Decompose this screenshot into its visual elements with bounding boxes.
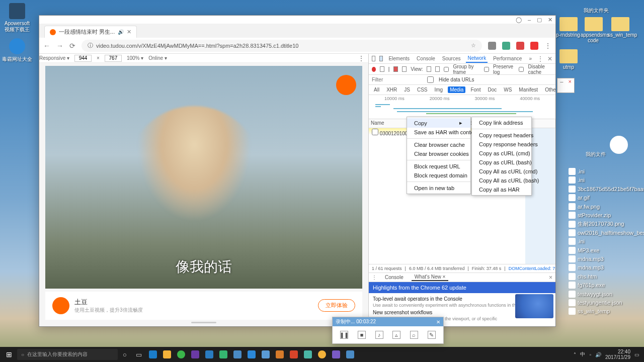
extension-icon-1[interactable] bbox=[488, 42, 496, 50]
taskbar-app-15[interactable] bbox=[344, 348, 357, 360]
menu-item-copy-all-curl-bash[interactable]: Copy All as cURL (bash) bbox=[472, 176, 531, 185]
tab-performance[interactable]: Performance bbox=[492, 55, 523, 62]
folder-icon-2[interactable] bbox=[585, 17, 603, 31]
back-button[interactable]: ← bbox=[43, 42, 50, 50]
taskbar-app-12[interactable] bbox=[301, 348, 314, 360]
taskbar-clock[interactable]: 22:40 2017/11/29 bbox=[605, 349, 630, 360]
device-mode-select[interactable]: Responsive ▾ bbox=[39, 55, 69, 61]
devtools-close-icon[interactable]: ✕ bbox=[547, 55, 552, 62]
taskbar-app-360[interactable] bbox=[175, 348, 188, 360]
menu-item-open-tab[interactable]: Open in new tab bbox=[407, 184, 470, 193]
start-button[interactable]: ⊞ bbox=[2, 348, 16, 360]
drawer-close-icon[interactable]: × bbox=[549, 274, 552, 281]
tray-network-icon[interactable]: ▫ bbox=[589, 352, 591, 357]
window-minimize[interactable]: – bbox=[528, 17, 531, 23]
window-maximize[interactable]: ▢ bbox=[537, 17, 542, 23]
tab-network[interactable]: Network bbox=[466, 54, 488, 63]
filter-type-css[interactable]: CSS bbox=[415, 86, 430, 93]
taskbar-app-explorer[interactable] bbox=[160, 348, 174, 360]
cta-button[interactable]: 立即体验 bbox=[318, 299, 355, 312]
taskbar-app-10[interactable] bbox=[273, 348, 286, 360]
extra-window-close[interactable]: × bbox=[566, 78, 575, 93]
xunlei-icon[interactable] bbox=[610, 136, 628, 154]
row-checkbox[interactable] bbox=[372, 129, 378, 135]
drawer-menu-icon[interactable]: ⋮ bbox=[372, 275, 377, 280]
taskview-icon[interactable]: ▭ bbox=[132, 348, 145, 360]
tab-close-icon[interactable]: ✕ bbox=[127, 29, 131, 35]
window-close[interactable]: ✕ bbox=[548, 17, 552, 23]
tray-volume-icon[interactable]: 🔊 bbox=[595, 352, 601, 357]
filter-type-manifest[interactable]: Manifest bbox=[517, 86, 540, 93]
recorder-pause-button[interactable]: ❚❚ bbox=[340, 331, 348, 339]
taskbar-app-9[interactable] bbox=[259, 348, 272, 360]
filter-type-doc[interactable]: Doc bbox=[486, 86, 499, 93]
group-by-frame-checkbox[interactable] bbox=[444, 67, 449, 72]
desktop-file[interactable]: .ini bbox=[569, 238, 585, 245]
filter-type-media[interactable]: Media bbox=[448, 86, 465, 93]
menu-item-save-har[interactable]: Save as HAR with content bbox=[407, 128, 470, 137]
disable-cache-checkbox[interactable] bbox=[519, 67, 524, 72]
tab-sources[interactable]: Sources bbox=[441, 55, 462, 62]
recorder-close-icon[interactable]: ✕ bbox=[436, 319, 440, 325]
bookmark-star-icon[interactable]: ☆ bbox=[471, 42, 476, 49]
view-large-icon[interactable] bbox=[435, 66, 440, 72]
extension-icon-3[interactable] bbox=[516, 42, 524, 50]
taskbar-app-4[interactable] bbox=[189, 348, 202, 360]
menu-item-copy[interactable]: Copy▸ bbox=[407, 118, 470, 128]
menu-item-copy-curl-bash[interactable]: Copy as cURL (bash) bbox=[472, 158, 531, 167]
recorder-draw-icon[interactable]: ✎ bbox=[428, 331, 436, 339]
tray-lang[interactable]: 中 bbox=[580, 351, 585, 358]
taskbar-app-11[interactable] bbox=[287, 348, 300, 360]
menu-item-copy-all-curl-cmd[interactable]: Copy All as cURL (cmd) bbox=[472, 167, 531, 176]
recorder-mic-icon[interactable]: ▵ bbox=[392, 331, 400, 339]
taskbar-app-7[interactable] bbox=[231, 348, 244, 360]
desktop-file[interactable]: .ini bbox=[569, 168, 585, 175]
view-list-icon[interactable] bbox=[427, 66, 431, 72]
device-toggle-icon[interactable] bbox=[379, 56, 383, 61]
filter-type-img[interactable]: Img bbox=[432, 86, 445, 93]
menu-item-copy-link[interactable]: Copy link address bbox=[472, 118, 531, 127]
desktop-file[interactable]: 生耐20170730.png bbox=[569, 220, 624, 228]
tab-console[interactable]: Console bbox=[415, 55, 437, 62]
filter-input[interactable] bbox=[372, 77, 422, 82]
devtools-menu-icon[interactable]: ⋮ bbox=[537, 55, 543, 62]
account-icon[interactable]: ◯ bbox=[516, 17, 522, 23]
speaker-icon[interactable]: 🔊 bbox=[118, 29, 124, 35]
tab-elements[interactable]: Elements bbox=[387, 55, 411, 62]
desktop-file[interactable]: owl2016_halftimeshow_bestp... bbox=[569, 229, 644, 236]
taskbar-app-14[interactable] bbox=[330, 348, 343, 360]
cortana-icon[interactable]: ○ bbox=[118, 348, 131, 360]
menu-icon[interactable]: ⋮ bbox=[544, 42, 551, 50]
search-icon[interactable] bbox=[402, 66, 407, 72]
video-player[interactable]: 像我的话 bbox=[45, 66, 362, 289]
recorder-camera-icon[interactable]: ⌕ bbox=[410, 331, 418, 339]
preserve-log-checkbox[interactable] bbox=[484, 67, 489, 72]
taskbar-app-chrome[interactable] bbox=[315, 348, 329, 360]
filter-type-all[interactable]: All bbox=[372, 86, 381, 93]
device-menu-icon[interactable]: ⋮ bbox=[358, 55, 364, 62]
extension-icon-4[interactable] bbox=[530, 42, 538, 50]
menu-item-copy-res-headers[interactable]: Copy response headers bbox=[472, 140, 531, 149]
url-field[interactable]: ⓘ video.tudou.com/v/XMzE4MjAwMDMyMA==.ht… bbox=[82, 40, 482, 52]
menu-item-clear-cache[interactable]: Clear browser cache bbox=[407, 140, 470, 149]
drawer-tab-whatsnew[interactable]: What's New × bbox=[412, 274, 449, 281]
extra-window-min[interactable]: – bbox=[557, 78, 566, 93]
desktop-file[interactable]: mdna.mp3 bbox=[569, 255, 604, 262]
desktop-file[interactable]: chs.htm bbox=[569, 273, 597, 280]
record-icon[interactable] bbox=[372, 67, 376, 72]
desktop-file[interactable]: testyungentie.json bbox=[569, 299, 622, 306]
desktop-file[interactable]: MP3.exe bbox=[569, 247, 599, 254]
desktop-file[interactable]: testwyygt.json bbox=[569, 291, 612, 298]
menu-item-block-url[interactable]: Block request URL bbox=[407, 162, 470, 171]
recorder-titlebar[interactable]: 录制中... 00:03:22 ✕ bbox=[333, 317, 443, 326]
device-width-input[interactable] bbox=[74, 55, 92, 62]
desktop-icon-apowersoft[interactable]: Apowersoft 视频下载王 bbox=[2, 3, 32, 33]
filter-icon[interactable] bbox=[393, 66, 398, 72]
filter-type-other[interactable]: Other bbox=[543, 86, 555, 93]
desktop-file[interactable]: stProvider.zip bbox=[569, 212, 611, 219]
desktop-file[interactable]: ss_win_temp bbox=[569, 308, 610, 315]
hide-data-urls-checkbox[interactable] bbox=[427, 76, 434, 83]
menu-item-block-domain[interactable]: Block request domain bbox=[407, 171, 470, 180]
device-online-select[interactable]: Online ▾ bbox=[148, 55, 167, 61]
drawer-tab-close-icon[interactable]: × bbox=[443, 274, 446, 280]
